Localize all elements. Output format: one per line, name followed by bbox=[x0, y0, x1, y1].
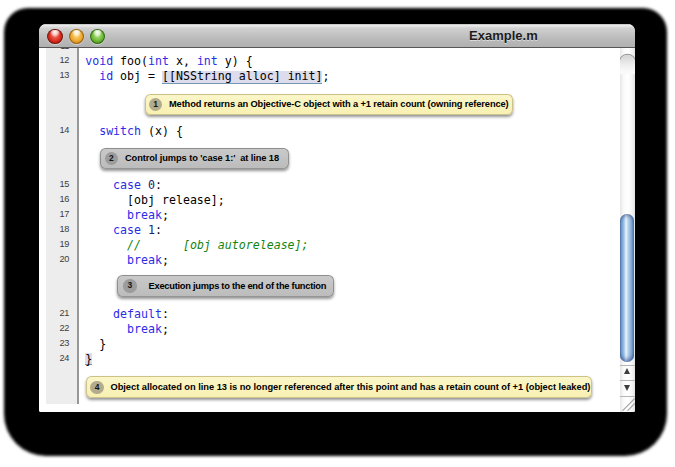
code-line[interactable]: 21 default: bbox=[39, 307, 615, 321]
code-segment-keyword: case bbox=[113, 178, 141, 192]
code-line[interactable]: 18 case 1: bbox=[39, 223, 615, 237]
scrollbar-thumb[interactable] bbox=[620, 214, 634, 361]
line-number: 19 bbox=[46, 237, 69, 251]
code-line[interactable]: 17 break; bbox=[39, 208, 615, 222]
code-segment: ; bbox=[162, 208, 169, 222]
code-line[interactable]: 15 case 0: bbox=[39, 178, 615, 192]
code-segment bbox=[85, 238, 127, 252]
close-button-icon[interactable] bbox=[47, 29, 62, 44]
code-text: } bbox=[85, 352, 92, 366]
code-text: void foo(int x, int y) { bbox=[85, 54, 253, 68]
code-segment: [obj release]; bbox=[85, 193, 225, 207]
code-segment: } bbox=[85, 337, 106, 351]
scroll-divider bbox=[620, 365, 635, 366]
code-segment-keyword: break bbox=[127, 322, 162, 336]
code-text: case 0: bbox=[85, 178, 162, 192]
step-message: Method returns an Objective-C object wit… bbox=[169, 99, 509, 109]
code-line[interactable]: 23 } bbox=[39, 337, 615, 351]
zoom-button-icon[interactable] bbox=[90, 29, 105, 44]
analyzer-step-bubble-3[interactable]: 3 Execution jumps to the end of the func… bbox=[117, 275, 334, 296]
code-segment bbox=[85, 124, 99, 138]
code-segment: (x) { bbox=[141, 124, 183, 138]
code-segment-keyword: case bbox=[113, 223, 141, 237]
line-number: 14 bbox=[46, 123, 69, 137]
code-segment-keyword: id bbox=[99, 69, 113, 83]
line-number: 15 bbox=[46, 177, 69, 191]
step-message: Execution jumps to the end of the functi… bbox=[149, 281, 327, 291]
code-line[interactable]: 16 [obj release]; bbox=[39, 193, 615, 207]
app-window: Example.m 11 12 void foo(int x, int y) {… bbox=[39, 24, 635, 412]
code-text: default: bbox=[85, 307, 169, 321]
analyzer-step-bubble-2[interactable]: 2 Control jumps to 'case 1:' at line 18 bbox=[100, 148, 289, 169]
step-number-badge: 2 bbox=[105, 152, 118, 165]
window-title: Example.m bbox=[403, 24, 603, 46]
code-segment bbox=[85, 69, 99, 83]
code-segment: y) { bbox=[218, 54, 253, 68]
code-segment-number: 1 bbox=[148, 223, 155, 237]
code-segment-keyword: switch bbox=[99, 124, 141, 138]
code-line[interactable]: 13 id obj = [[NSString alloc] init]; bbox=[39, 69, 615, 83]
scroll-divider bbox=[620, 380, 635, 381]
step-message: Control jumps to 'case 1:' at line 18 bbox=[125, 153, 279, 163]
analyzer-step-bubble-4[interactable]: 4 Object allocated on line 13 is no long… bbox=[86, 376, 592, 398]
editor-content: 11 12 void foo(int x, int y) { 13 id obj… bbox=[39, 48, 635, 411]
code-segment: obj = [[NSString alloc] init]; bbox=[113, 69, 329, 83]
line-number: 13 bbox=[46, 68, 69, 82]
code-line[interactable]: 14 switch (x) { bbox=[39, 124, 615, 138]
code-segment: ; bbox=[162, 322, 169, 336]
code-line[interactable]: 22 break; bbox=[39, 322, 615, 336]
code-segment bbox=[141, 178, 148, 192]
step-message: Object allocated on line 13 is no longer… bbox=[110, 382, 590, 392]
code-segment-comment: // [obj autorelease]; bbox=[127, 238, 308, 252]
code-text: break; bbox=[85, 322, 169, 336]
step-number-badge: 1 bbox=[149, 98, 162, 111]
code-segment-keyword: break bbox=[127, 253, 162, 267]
scroll-track-cap bbox=[620, 48, 635, 74]
code-segment bbox=[141, 223, 148, 237]
code-text: case 1: bbox=[85, 223, 162, 237]
code-text: [obj release]; bbox=[85, 193, 225, 207]
code-segment bbox=[85, 322, 127, 336]
line-number: 24 bbox=[46, 351, 69, 365]
code-segment: ; bbox=[162, 253, 169, 267]
code-text: break; bbox=[85, 253, 169, 267]
code-segment-keyword: int bbox=[148, 54, 169, 68]
code-segment: } bbox=[85, 352, 92, 366]
line-number: 12 bbox=[46, 54, 69, 68]
code-segment bbox=[85, 208, 127, 222]
scroll-down-arrow-icon[interactable] bbox=[624, 385, 630, 391]
line-number: 22 bbox=[46, 321, 69, 335]
line-number: 21 bbox=[46, 306, 69, 320]
code-segment-keyword: void bbox=[85, 54, 113, 68]
code-segment-keyword: int bbox=[197, 54, 218, 68]
line-number: 17 bbox=[46, 207, 69, 221]
code-segment: : bbox=[155, 178, 162, 192]
titlebar[interactable]: Example.m bbox=[39, 24, 635, 48]
code-text: id obj = [[NSString alloc] init]; bbox=[85, 69, 329, 83]
step-number-badge: 4 bbox=[90, 381, 103, 394]
code-segment-keyword: default bbox=[113, 307, 162, 321]
code-segment-keyword: break bbox=[127, 208, 162, 222]
code-text: switch (x) { bbox=[85, 124, 183, 138]
code-line: 11 bbox=[39, 48, 615, 54]
vertical-scrollbar[interactable] bbox=[620, 48, 635, 411]
code-line[interactable]: 19 // [obj autorelease]; bbox=[39, 238, 615, 252]
code-text: // [obj autorelease]; bbox=[85, 238, 308, 252]
line-number: 20 bbox=[46, 252, 69, 266]
code-segment-number: 0 bbox=[148, 178, 155, 192]
analyzer-step-bubble-1[interactable]: 1 Method returns an Objective-C object w… bbox=[145, 94, 514, 115]
code-segment bbox=[85, 307, 113, 321]
scroll-up-arrow-icon[interactable] bbox=[624, 368, 630, 374]
code-line[interactable]: 24 } bbox=[39, 352, 615, 366]
line-number: 18 bbox=[46, 222, 69, 236]
resize-grip-icon[interactable] bbox=[621, 397, 635, 411]
code-segment bbox=[85, 253, 127, 267]
code-line[interactable]: 20 break; bbox=[39, 253, 615, 267]
minimize-button-icon[interactable] bbox=[69, 29, 84, 44]
code-text: } bbox=[85, 337, 106, 351]
code-segment: x, bbox=[169, 54, 197, 68]
step-number-badge: 3 bbox=[123, 279, 136, 292]
code-segment: : bbox=[155, 223, 162, 237]
code-segment: : bbox=[162, 307, 169, 321]
code-line[interactable]: 12 void foo(int x, int y) { bbox=[39, 54, 615, 68]
